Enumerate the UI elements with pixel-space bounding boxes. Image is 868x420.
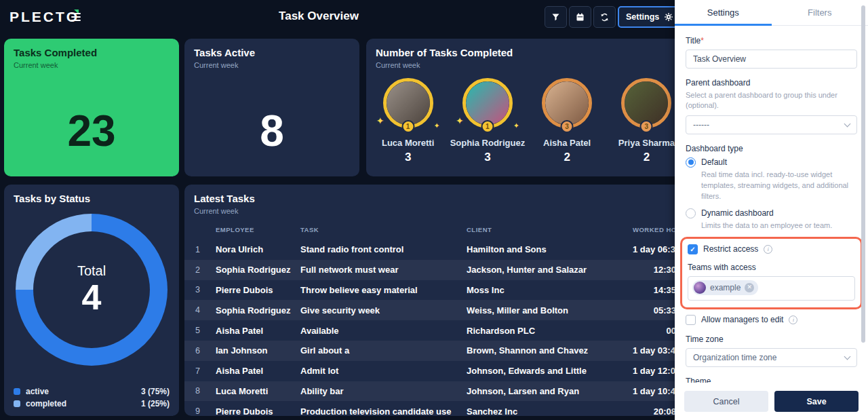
radio-dynamic[interactable] (686, 208, 696, 218)
latest-tasks-card: Latest Tasks Current week EMPLOYEE TASK … (184, 185, 686, 416)
team-tag: example ✕ (692, 280, 758, 295)
save-button[interactable]: Save (774, 391, 859, 412)
table-row: 5 Aisha Patel Available Richardson PLC 0… (184, 320, 686, 341)
card-title: Tasks Active (194, 47, 350, 58)
card-title: Latest Tasks (194, 193, 677, 204)
cell-worked-hours: 20:08 (633, 406, 676, 416)
row-index: 9 (195, 406, 216, 416)
teams-with-access-label: Teams with access (688, 263, 855, 272)
row-index: 4 (195, 305, 216, 315)
info-icon[interactable] (764, 245, 772, 254)
settings-button-label: Settings (626, 12, 659, 22)
tasks-completed-value: 23 (4, 109, 179, 153)
plecto-logo[interactable]: PLECTO (9, 9, 79, 25)
calendar-icon (575, 12, 585, 22)
row-index: 2 (195, 265, 216, 275)
cell-client: Moss Inc (467, 285, 633, 295)
chevron-down-icon (844, 120, 851, 127)
cell-employee: Aisha Patel (216, 366, 300, 376)
cell-task: Stand radio front control (300, 244, 467, 254)
allow-managers-label: Allow managers to edit (701, 315, 783, 324)
cell-worked-hours: 1 day 06:33 (633, 244, 680, 254)
avatar-photo (625, 81, 668, 125)
table-row: 9 Pierre Dubois Production television ca… (184, 401, 686, 416)
cell-task: Admit lot (300, 366, 467, 376)
leaderboard-entry: 3 Aisha Patel 2 (528, 78, 607, 164)
donut-total-value: 4 (82, 279, 102, 316)
row-index: 1 (195, 245, 216, 254)
row-index: 7 (195, 366, 216, 376)
cancel-button[interactable]: Cancel (684, 391, 768, 412)
table-row: 7 Aisha Patel Admit lot Johnson, Edwards… (184, 361, 686, 381)
page-title: Task Overview (279, 9, 359, 23)
avatar-photo (466, 81, 509, 125)
refresh-button[interactable] (593, 6, 616, 28)
parent-dashboard-select[interactable]: ------ (686, 115, 857, 134)
rank-badge: 1 (481, 120, 494, 133)
legend-name: active (26, 387, 49, 396)
highlight-annotation: Restrict access Teams with access exampl… (680, 237, 863, 309)
tasks-active-card: Tasks Active Current week 8 (184, 39, 359, 176)
teams-with-access-field[interactable]: example ✕ (688, 276, 855, 301)
allow-managers-checkbox[interactable] (686, 315, 696, 325)
title-input[interactable] (686, 50, 857, 69)
card-subtitle: Current week (194, 207, 677, 215)
table-row: 8 Luca Moretti Ability bar Johnson, Lars… (184, 381, 686, 402)
tab-settings[interactable]: Settings (675, 0, 772, 25)
cell-employee: Ian Johnson (216, 345, 300, 356)
column-header: EMPLOYEE (216, 226, 300, 233)
cell-worked-hours: 1 day 03:46 (633, 345, 680, 356)
rank-badge: 1 (401, 120, 414, 133)
dashboard-type-label: Dashboard type (686, 144, 857, 153)
panel-scrollbar[interactable] (861, 5, 865, 343)
card-title: Number of Tasks Completed (376, 47, 677, 58)
chevron-down-icon (844, 353, 851, 360)
row-index: 8 (195, 386, 216, 396)
logo-text: PLECT (9, 9, 66, 24)
cell-client: Johnson, Edwards and Little (467, 366, 633, 376)
card-subtitle: Current week (14, 61, 170, 69)
cell-task: Available (300, 326, 467, 336)
card-title: Tasks by Status (14, 193, 170, 204)
remove-team-icon[interactable]: ✕ (745, 283, 754, 292)
cell-worked-hours: 1 day 12:06 (633, 366, 680, 376)
avatar-photo (387, 81, 430, 125)
plecto-dashboard: PLECTO Task Overview Settings Tasks Comp… (0, 0, 868, 420)
person-value: 2 (528, 151, 607, 164)
row-index: 3 (195, 285, 216, 294)
table-row: 6 Ian Johnson Girl about a Brown, Shanno… (184, 341, 686, 361)
person-name: Sophia Rodriguez (448, 138, 527, 148)
restrict-access-checkbox[interactable] (688, 244, 698, 254)
cell-employee: Pierre Dubois (216, 285, 300, 295)
team-avatar (694, 282, 706, 294)
column-header: CLIENT (467, 226, 633, 233)
filter-button[interactable] (545, 6, 567, 28)
card-subtitle: Current week (194, 61, 350, 69)
timezone-select[interactable]: Organization time zone (686, 348, 857, 367)
cell-employee: Sophia Rodriguez (216, 305, 300, 316)
person-name: Luca Moretti (368, 138, 448, 148)
cell-task: Throw believe easy material (300, 285, 467, 295)
tab-filters[interactable]: Filters (772, 0, 868, 25)
settings-button[interactable]: Settings (618, 6, 682, 28)
legend-swatch (14, 388, 20, 395)
cell-client: Brown, Shannon and Chavez (467, 345, 633, 356)
table-row: 1 Nora Ulrich Stand radio front control … (184, 240, 686, 260)
date-range-button[interactable] (569, 6, 591, 28)
tasks-active-value: 8 (184, 109, 359, 153)
info-icon[interactable] (789, 316, 797, 324)
cell-client: Sanchez Inc (467, 406, 633, 416)
cell-task: Ability bar (300, 386, 467, 396)
avatar: 3 (621, 78, 671, 128)
radio-default[interactable] (686, 157, 696, 168)
table-body: 1 Nora Ulrich Stand radio front control … (184, 240, 686, 416)
legend-value: 3 (75%) (141, 387, 170, 396)
menu-icon[interactable] (71, 13, 81, 23)
tasks-by-status-card: Tasks by Status Total 4 active 3 (75%) c… (4, 185, 179, 416)
avatar: 1 (383, 78, 433, 128)
card-subtitle: Current week (376, 61, 677, 69)
cell-client: Hamilton and Sons (467, 244, 633, 254)
cell-task: Give security week (300, 305, 467, 316)
legend-swatch (14, 400, 20, 407)
avatar-photo (545, 81, 589, 125)
